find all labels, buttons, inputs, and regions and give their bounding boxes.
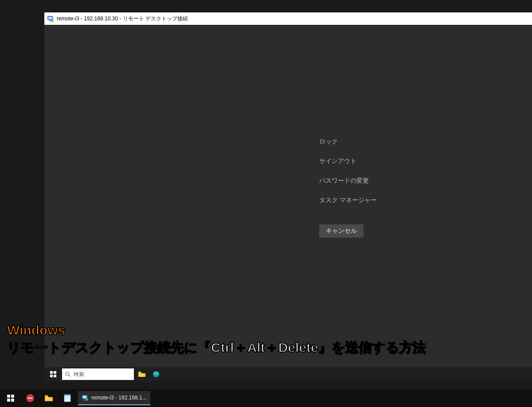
remote-search-placeholder: 検索 <box>74 371 84 378</box>
remote-explorer-icon[interactable] <box>136 368 148 380</box>
host-taskbar: remote-i3 - 192.168.1... <box>0 389 532 407</box>
svg-line-9 <box>69 376 70 377</box>
svg-rect-7 <box>54 375 56 377</box>
svg-rect-4 <box>50 371 53 374</box>
host-notepad-icon[interactable] <box>59 391 75 405</box>
host-app-icon-1[interactable] <box>22 391 38 405</box>
change-password-option[interactable]: パスワードの変更 <box>319 177 377 185</box>
host-desktop: remote-i3 - 192.168.10.30 - リモート デスクトップ接… <box>0 0 532 407</box>
rdp-window: remote-i3 - 192.168.10.30 - リモート デスクトップ接… <box>44 12 532 381</box>
svg-rect-5 <box>54 371 56 374</box>
host-explorer-icon[interactable] <box>41 391 57 405</box>
svg-point-3 <box>51 19 54 22</box>
rdp-title-text: remote-i3 - 192.168.10.30 - リモート デスクトップ接… <box>57 15 188 23</box>
search-icon <box>65 371 71 377</box>
svg-rect-15 <box>11 399 14 402</box>
host-start-button[interactable] <box>2 391 20 405</box>
svg-rect-6 <box>50 375 53 377</box>
rdp-icon <box>82 394 89 401</box>
svg-rect-17 <box>45 395 48 396</box>
svg-point-8 <box>66 372 69 376</box>
rdp-icon <box>47 15 54 22</box>
svg-rect-12 <box>7 395 10 398</box>
rdp-titlebar[interactable]: remote-i3 - 192.168.10.30 - リモート デスクトップ接… <box>44 12 532 25</box>
rdp-content: ロック サインアウト パスワードの変更 タスク マネージャー キャンセル <box>44 25 532 381</box>
svg-rect-2 <box>49 20 51 21</box>
svg-rect-10 <box>138 372 141 373</box>
svg-rect-14 <box>7 399 10 402</box>
lock-option[interactable]: ロック <box>319 138 377 146</box>
svg-rect-24 <box>83 396 86 398</box>
remote-start-button[interactable] <box>46 367 60 381</box>
host-task-label: remote-i3 - 192.168.1... <box>91 395 147 401</box>
host-task-rdp[interactable]: remote-i3 - 192.168.1... <box>78 391 150 405</box>
cancel-button[interactable]: キャンセル <box>319 224 364 238</box>
svg-rect-25 <box>84 399 86 400</box>
security-options-menu: ロック サインアウト パスワードの変更 タスク マネージャー <box>319 138 377 204</box>
remote-search-box[interactable]: 検索 <box>62 368 134 380</box>
signout-option[interactable]: サインアウト <box>319 157 377 165</box>
task-manager-option[interactable]: タスク マネージャー <box>319 196 377 204</box>
remote-edge-icon[interactable] <box>150 368 162 380</box>
svg-rect-19 <box>64 395 70 396</box>
svg-rect-1 <box>48 17 52 19</box>
remote-taskbar: 検索 <box>44 367 532 381</box>
svg-point-26 <box>86 398 88 401</box>
svg-rect-13 <box>11 395 14 398</box>
